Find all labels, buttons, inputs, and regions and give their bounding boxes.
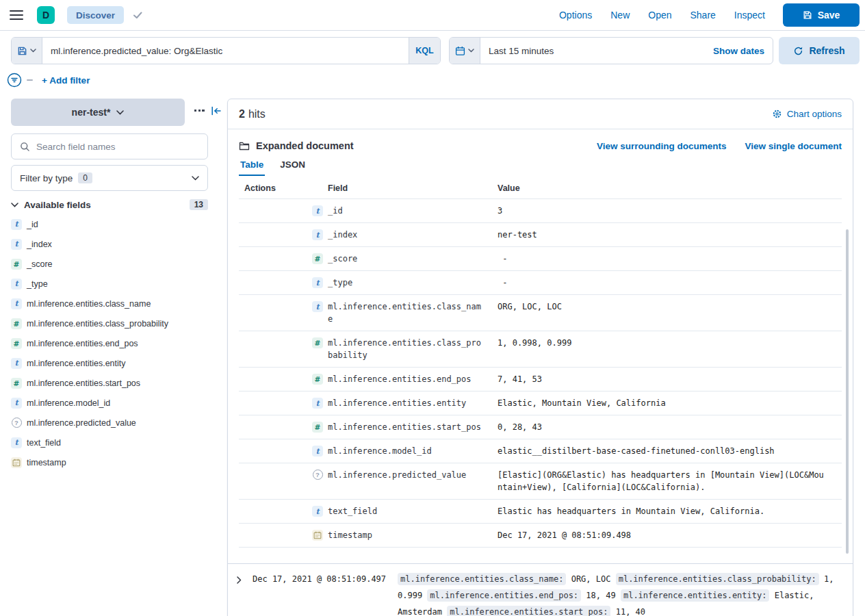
- row-actions-cell[interactable]: [239, 373, 312, 385]
- row-actions-cell[interactable]: [239, 229, 312, 241]
- show-dates-button[interactable]: Show dates: [713, 38, 773, 64]
- tab-json[interactable]: JSON: [279, 159, 307, 176]
- doc-viewer-tabs: Table JSON: [239, 159, 842, 176]
- search-field-names-input[interactable]: [36, 142, 201, 152]
- scrollbar[interactable]: [846, 229, 849, 554]
- nav-share[interactable]: Share: [690, 10, 716, 21]
- filter-circle-icon[interactable]: [7, 73, 22, 88]
- sidebar-field-ml.inference.entities.entity[interactable]: tml.inference.entities.entity: [11, 353, 208, 373]
- time-range-value[interactable]: Last 15 minutes: [480, 38, 713, 64]
- doc-table-body: t_id3t_indexner-test#_score - t_type - t…: [239, 199, 842, 548]
- saved-query-menu-button[interactable]: [12, 38, 42, 64]
- field-name-label: text_field: [27, 438, 61, 448]
- number-type-icon: #: [11, 338, 22, 349]
- row-actions-cell[interactable]: [239, 300, 312, 325]
- row-actions-cell[interactable]: [239, 529, 312, 541]
- row-field-cell: #ml.inference.entities.start_pos: [312, 421, 498, 433]
- tab-table[interactable]: Table: [239, 159, 265, 176]
- chart-options-button[interactable]: Chart options: [772, 109, 842, 119]
- row-field-name: _id: [328, 205, 483, 217]
- sidebar-field-_score[interactable]: #_score: [11, 254, 208, 274]
- date-type-icon: [312, 530, 323, 541]
- sidebar-field-ml.inference.entities.class_probability[interactable]: #ml.inference.entities.class_probability: [11, 313, 208, 333]
- sidebar-field-ml.inference.model_id[interactable]: tml.inference.model_id: [11, 393, 208, 413]
- sidebar-field-_index[interactable]: t_index: [11, 234, 208, 254]
- save-button[interactable]: Save: [783, 3, 860, 27]
- string-type-icon: t: [11, 298, 22, 309]
- row-field-name: _type: [328, 277, 483, 289]
- breadcrumb[interactable]: Discover: [67, 6, 124, 24]
- doc-table-row: #ml.inference.entities.end_pos7, 41, 53: [239, 368, 842, 392]
- nav-open[interactable]: Open: [648, 10, 671, 21]
- row-field-name: ml.inference.entities.class_name: [328, 300, 483, 325]
- filter-by-type-dropdown[interactable]: Filter by type 0: [11, 165, 208, 191]
- row-actions-cell[interactable]: [239, 277, 312, 289]
- add-filter-button[interactable]: + Add filter: [42, 75, 90, 86]
- sidebar-field-timestamp[interactable]: timestamp: [11, 452, 208, 472]
- date-quick-select-button[interactable]: [450, 38, 480, 64]
- number-type-icon: #: [312, 374, 323, 385]
- row-actions-cell[interactable]: [239, 469, 312, 493]
- field-name-label: ml.inference.entities.entity: [27, 359, 126, 368]
- sidebar-field-ml.inference.entities.start_pos[interactable]: #ml.inference.entities.start_pos: [11, 373, 208, 393]
- string-type-icon: t: [312, 446, 323, 457]
- date-picker: Last 15 minutes Show dates: [449, 37, 773, 64]
- sidebar-field-ml.inference.entities.end_pos[interactable]: #ml.inference.entities.end_pos: [11, 333, 208, 353]
- row-actions-cell[interactable]: [239, 253, 312, 265]
- string-type-icon: t: [11, 358, 22, 369]
- boxes-horizontal-icon[interactable]: [194, 110, 205, 112]
- string-type-icon: t: [312, 229, 323, 240]
- index-pattern-switcher[interactable]: ner-test*: [11, 99, 185, 126]
- top-nav: Options New Open Share Inspect: [559, 10, 765, 21]
- row-field-name: ml.inference.entities.class_probability: [328, 337, 483, 361]
- row-field-cell: t_id: [312, 205, 498, 217]
- field-name-label: ml.inference.entities.start_pos: [27, 378, 140, 388]
- nav-new[interactable]: New: [610, 10, 630, 21]
- chevron-down-icon: [30, 49, 36, 53]
- number-type-icon: #: [11, 378, 22, 389]
- row-value-cell: ner-test: [498, 229, 826, 241]
- doc-table-row: #ml.inference.entities.class_probability…: [239, 331, 842, 368]
- available-fields-accordion[interactable]: Available fields 13: [11, 198, 208, 211]
- sidebar-field-ml.inference.predicted_value[interactable]: ?ml.inference.predicted_value: [11, 413, 208, 433]
- sidebar-field-text_field[interactable]: ttext_field: [11, 433, 208, 452]
- refresh-icon: [793, 46, 803, 56]
- sidebar-field-_id[interactable]: t_id: [11, 214, 208, 234]
- menu-icon[interactable]: [10, 10, 23, 20]
- space-avatar[interactable]: D: [37, 6, 55, 24]
- number-type-icon: #: [11, 259, 22, 270]
- doc-table-row: ?ml.inference.predicted_value[Elastic](O…: [239, 463, 842, 500]
- row-value-cell: [Elastic](ORG&Elastic) has headquarters …: [498, 469, 826, 493]
- doc-table-row: #ml.inference.entities.start_pos0, 28, 4…: [239, 415, 842, 439]
- document-list-row: Dec 17, 2021 @ 08:51:09.497 ml.inference…: [228, 563, 853, 616]
- string-type-icon: t: [312, 301, 323, 312]
- expand-row-chevron-icon[interactable]: [233, 574, 244, 585]
- sidebar-field-ml.inference.entities.class_name[interactable]: tml.inference.entities.class_name: [11, 294, 208, 313]
- row-field-name: ml.inference.entities.end_pos: [328, 373, 483, 385]
- hits-bar: 2 hits Chart options: [228, 99, 853, 129]
- row-actions-cell[interactable]: [239, 337, 312, 361]
- unknown-type-icon: ?: [313, 470, 323, 480]
- column-field: Field: [312, 183, 498, 193]
- string-type-icon: t: [11, 239, 22, 250]
- filter-bar: + Add filter: [7, 71, 90, 89]
- string-type-icon: t: [11, 398, 22, 409]
- row-actions-cell[interactable]: [239, 421, 312, 433]
- row-actions-cell[interactable]: [239, 445, 312, 457]
- summary-field-pill: ml.inference.entities.class_name:: [398, 573, 566, 585]
- collapse-sidebar-icon[interactable]: [210, 105, 222, 117]
- document-timestamp[interactable]: Dec 17, 2021 @ 08:51:09.497: [253, 571, 387, 587]
- query-input[interactable]: [42, 38, 409, 64]
- sidebar-field-_type[interactable]: t_type: [11, 274, 208, 294]
- row-actions-cell[interactable]: [239, 205, 312, 217]
- view-surrounding-documents-link[interactable]: View surrounding documents: [597, 141, 727, 151]
- row-value-cell: Elastic has headquarters in Mountain Vie…: [498, 505, 826, 517]
- row-actions-cell[interactable]: [239, 505, 312, 517]
- refresh-button[interactable]: Refresh: [779, 37, 860, 64]
- summary-field-value: 18, 49: [586, 591, 615, 600]
- query-language-button[interactable]: KQL: [409, 38, 440, 64]
- nav-options[interactable]: Options: [559, 10, 592, 21]
- row-actions-cell[interactable]: [239, 397, 312, 409]
- view-single-document-link[interactable]: View single document: [745, 141, 842, 151]
- nav-inspect[interactable]: Inspect: [734, 10, 765, 21]
